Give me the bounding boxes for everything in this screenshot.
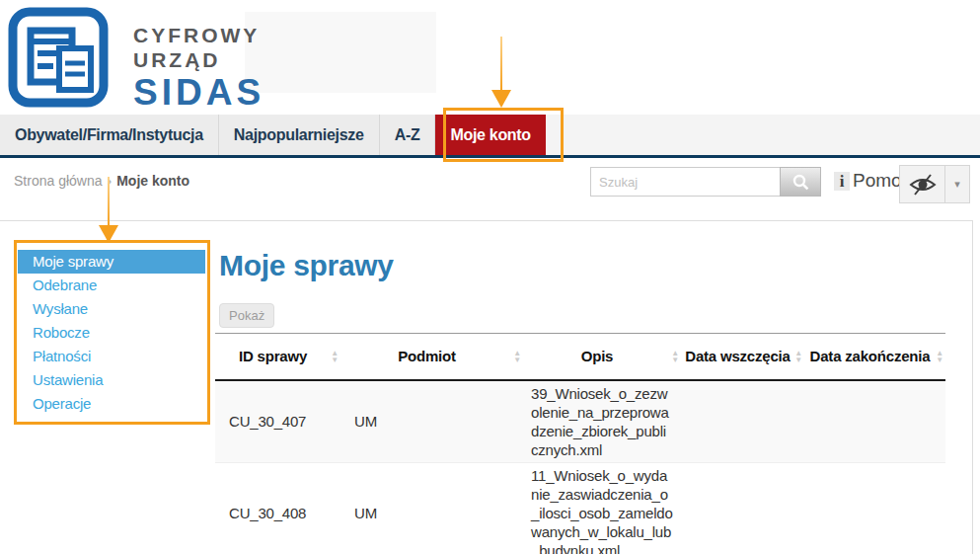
sort-icon[interactable]: ▲▼ [331,350,339,363]
search-button[interactable] [780,167,821,197]
sidas-logo-icon [8,7,109,108]
search-input[interactable] [590,167,780,197]
search-icon [792,174,809,191]
column-header-data-zakonczenia[interactable]: Data zakończenia ▲▼ [804,334,945,380]
toolbar-row: Strona główna›Moje konto i Pomoc ▾ [0,158,980,220]
column-label: Data zakończenia [810,348,931,364]
cell-id-sprawy: CU_30_408 [215,462,340,554]
account-sidebar: Moje sprawy Odebrane Wysłane Robocze Pła… [18,250,205,416]
table-row[interactable]: CU_30_408 UM 11_Wniosek_o_wydanie_zaswia… [215,462,945,554]
table-row[interactable]: CU_30_407 UM 39_Wniosek_o_zezwolenie_na_… [215,380,945,463]
sort-icon[interactable]: ▲▼ [936,350,943,363]
cell-data-zakonczenia [804,380,945,463]
sort-icon[interactable]: ▲▼ [794,350,802,363]
sort-icon[interactable]: ▲▼ [513,350,521,363]
logo-line2: URZĄD [133,47,264,72]
column-header-data-wszczecia[interactable]: Data wszczęcia ▲▼ [681,334,804,380]
column-label: ID sprawy [239,348,307,364]
content-right-border [972,220,973,554]
sort-icon[interactable]: ▲▼ [671,350,679,363]
tab-najpopularniejsze[interactable]: Najpopularniejsze [219,115,380,155]
info-icon: i [834,172,850,191]
annotation-arrowhead-sidebar [99,225,118,243]
sidebar-item-ustawienia[interactable]: Ustawienia [18,368,205,392]
cell-podmiot: UM [340,380,523,463]
cell-podmiot: UM [340,462,523,554]
tab-obywatel-firma-instytucja[interactable]: Obywatel/Firma/Instytucja [0,115,219,155]
breadcrumb-separator: › [108,173,113,189]
cell-opis: 11_Wniosek_o_wydanie_zaswiadczenia_o_ilo… [523,462,681,554]
search-bar [590,167,821,197]
sidebar-item-platnosci[interactable]: Płatności [18,345,205,368]
cell-id-sprawy: CU_30_407 [215,380,340,463]
tab-a-z[interactable]: A-Z [380,115,436,155]
column-header-opis[interactable]: Opis ▲▼ [523,334,681,380]
page-header: CYFROWY URZĄD SIDAS [0,0,980,114]
chevron-down-icon: ▾ [954,178,960,191]
column-label: Podmiot [398,348,456,364]
page-title: Moje sprawy [219,249,394,282]
sidebar-item-robocze[interactable]: Robocze [18,321,205,345]
sidebar-item-odebrane[interactable]: Odebrane [18,274,205,297]
contrast-dropdown-button[interactable]: ▾ [945,165,970,203]
cell-opis: 39_Wniosek_o_zezwolenie_na_przeprowadzen… [523,380,681,463]
sidebar-item-wyslane[interactable]: Wysłane [18,297,205,321]
breadcrumb-current: Moje konto [116,173,189,189]
table-header-row: ID sprawy ▲▼ Podmiot ▲▼ Opis ▲▼ Data wsz… [215,334,945,380]
banner-placeholder [245,12,436,93]
show-button[interactable]: Pokaż [219,303,274,328]
accessibility-buttons: ▾ [899,165,970,203]
column-label: Opis [581,348,614,364]
main-nav: Obywatel/Firma/Instytucja Najpopularniej… [0,115,980,158]
tab-moje-konto[interactable]: Moje konto [435,115,545,155]
eye-slash-icon [908,173,938,197]
breadcrumb-home[interactable]: Strona główna [14,173,103,189]
sidebar-item-moje-sprawy[interactable]: Moje sprawy [18,250,205,274]
contrast-toggle-button[interactable] [899,165,945,203]
logo-sidas: SIDAS [133,74,264,112]
logo[interactable]: CYFROWY URZĄD SIDAS [8,7,264,112]
column-label: Data wszczęcia [685,348,790,364]
cases-table: ID sprawy ▲▼ Podmiot ▲▼ Opis ▲▼ Data wsz… [215,333,945,554]
column-header-podmiot[interactable]: Podmiot ▲▼ [340,334,523,380]
cell-data-zakonczenia [804,462,945,554]
logo-text: CYFROWY URZĄD SIDAS [133,7,264,112]
content-top-divider [0,220,973,221]
cell-data-wszczecia [681,380,804,463]
logo-line1: CYFROWY [133,23,264,47]
sidebar-item-operacje[interactable]: Operacje [18,392,205,416]
column-header-id-sprawy[interactable]: ID sprawy ▲▼ [215,334,340,380]
breadcrumb: Strona główna›Moje konto [14,173,189,189]
cell-data-wszczecia [681,462,804,554]
